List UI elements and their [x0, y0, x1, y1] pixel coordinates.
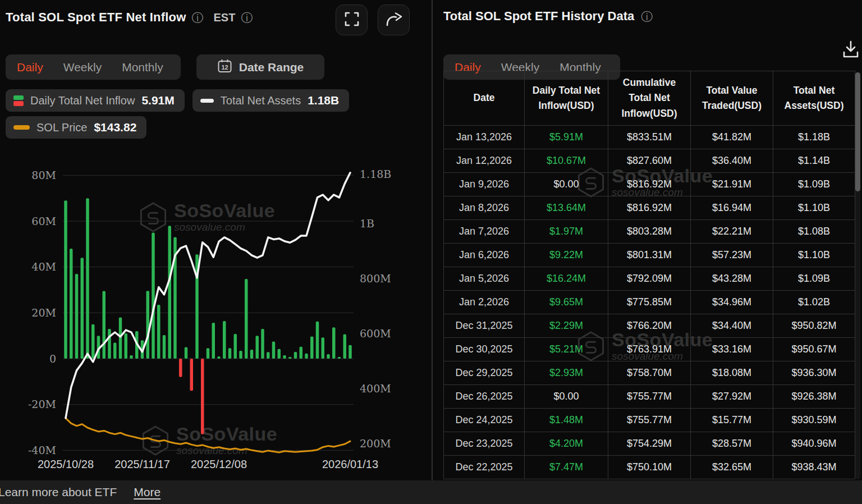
info-icon[interactable]: ⓘ: [641, 11, 653, 22]
inflow-bar: [228, 348, 232, 359]
sol-price-legend-icon: [13, 125, 30, 130]
cell-value: $2.93M: [525, 361, 608, 385]
cell-value: $16.94M: [691, 196, 773, 220]
table-row: Jan 13,2026$5.91M$833.51M$41.82M$1.18B: [444, 126, 855, 149]
inflow-bar: [75, 274, 79, 359]
inflow-bar: [310, 337, 314, 359]
timezone-label: EST: [214, 11, 236, 24]
etf-inflow-chart[interactable]: 80M60M40M20M0-20M-40M1.18B1B800M600M400M…: [0, 160, 432, 480]
cell-date: Jan 8,2026: [444, 196, 525, 220]
download-button[interactable]: [841, 39, 861, 61]
fullscreen-icon: [345, 12, 359, 29]
y-axis-tick-left: -20M: [28, 398, 56, 410]
cell-value: $0.00: [525, 385, 608, 409]
inflow-bar: [278, 349, 281, 359]
legend-sol-price[interactable]: SOL Price $143.82: [6, 116, 146, 139]
inflow-bar: [305, 354, 308, 359]
sosovalue-etf-dashboard: Total SOL Spot ETF Net Inflow ⓘ EST ⓘ Da…: [0, 0, 862, 504]
cell-value: $801.31M: [608, 244, 691, 267]
cell-date: Jan 6,2026: [444, 244, 525, 267]
inflow-bar: [217, 356, 221, 359]
cell-value: $1.09B: [773, 267, 855, 291]
inflow-bar: [146, 291, 150, 359]
inflow-bar: [190, 359, 194, 391]
cell-value: $936.30M: [773, 361, 855, 385]
table-row: Jan 6,2026$9.22M$801.31M$57.23M$1.10B: [444, 244, 855, 267]
cell-value: $763.91M: [608, 338, 691, 361]
date-range-label: Date Range: [239, 61, 304, 74]
cell-value: $816.92M: [608, 196, 691, 220]
inflow-bar: [125, 333, 128, 359]
cell-value: $9.65M: [525, 291, 608, 314]
column-header: Total Value Traded(USD): [691, 71, 773, 126]
inflow-bar: [267, 352, 270, 359]
legend-row: Daily Total Net Inflow 5.91M Total Net A…: [6, 89, 349, 112]
inflow-bar: [283, 355, 286, 359]
cell-value: $9.22M: [525, 244, 608, 267]
cell-value: $18.08M: [691, 361, 773, 385]
tab-monthly[interactable]: Monthly: [122, 61, 163, 74]
cell-value: $13.64M: [525, 196, 608, 220]
date-range-button[interactable]: 12 Date Range: [196, 54, 324, 80]
inflow-bar: [113, 342, 117, 359]
x-axis-tick: 2025/11/17: [114, 458, 170, 470]
scrollbar-thumb[interactable]: [855, 72, 860, 191]
cell-value: $1.08B: [773, 220, 855, 244]
inflow-bar: [168, 226, 172, 359]
inflow-bar: [185, 347, 188, 359]
cell-value: $2.29M: [525, 314, 608, 338]
column-header: Date: [444, 71, 525, 126]
y-axis-tick-left: 0: [49, 352, 56, 365]
info-icon[interactable]: ⓘ: [241, 12, 253, 24]
cell-value: $57.23M: [691, 244, 773, 267]
legend-label: Daily Total Net Inflow: [30, 94, 135, 107]
table-row: Jan 2,2026$9.65M$775.85M$34.96M$1.02B: [444, 291, 855, 314]
cell-value: $33.16M: [691, 338, 773, 361]
cell-value: $754.29M: [608, 432, 691, 456]
table-row: Jan 8,2026$13.64M$816.92M$16.94M$1.10B: [444, 196, 855, 220]
cell-value: $5.91M: [525, 126, 608, 149]
legend-daily-inflow[interactable]: Daily Total Net Inflow 5.91M: [6, 89, 185, 112]
footer-more-link[interactable]: More: [134, 485, 161, 499]
inflow-bar: [157, 305, 161, 359]
cell-value: $938.43M: [773, 456, 855, 479]
y-axis-tick-left: 20M: [31, 306, 56, 319]
inflow-bar: [261, 329, 264, 359]
inflow-bar: [130, 355, 133, 359]
inflow-bar: [245, 279, 248, 359]
legend-value: $143.82: [94, 121, 136, 134]
inflow-bar: [91, 324, 95, 359]
table-row: Dec 22,2025$7.47M$750.10M$32.65M$938.43M: [444, 456, 855, 479]
cell-value: $27.92M: [691, 385, 773, 409]
info-icon[interactable]: ⓘ: [192, 12, 204, 24]
cell-value: $34.96M: [691, 291, 773, 314]
tab-weekly[interactable]: Weekly: [63, 61, 102, 74]
cell-date: Dec 24,2025: [444, 409, 525, 432]
cell-date: Jan 2,2026: [444, 291, 525, 314]
cell-value: $4.20M: [525, 432, 608, 456]
cell-value: $827.60M: [608, 149, 691, 173]
inflow-bar: [294, 352, 297, 359]
cell-value: $940.96M: [773, 432, 855, 456]
cell-date: Jan 5,2026: [444, 267, 525, 291]
cell-value: $1.14B: [773, 149, 855, 173]
column-header: Total Net Assets(USD): [773, 71, 855, 126]
y-axis-tick-right: 1B: [360, 217, 374, 230]
inflow-bar: [212, 323, 216, 359]
column-header: Cumulative Total Net Inflow(USD): [608, 71, 691, 126]
inflow-bar: [322, 337, 325, 359]
legend-net-assets[interactable]: Total Net Assets 1.18B: [192, 89, 349, 112]
table-row: Dec 26,2025$0.00$755.77M$27.92M$926.38M: [444, 385, 855, 409]
fullscreen-button[interactable]: [336, 4, 368, 35]
y-axis-tick-left: 60M: [31, 215, 56, 227]
column-header: Daily Total Net Inflow(USD): [525, 71, 608, 126]
table-row: Dec 31,2025$2.29M$766.20M$34.40M$950.82M: [444, 314, 855, 338]
share-button[interactable]: [378, 4, 410, 35]
inflow-bar: [288, 357, 292, 359]
inflow-bar: [327, 354, 330, 359]
cell-value: $21.91M: [691, 173, 773, 196]
cell-value: $1.10B: [773, 196, 855, 220]
cell-value: $750.10M: [608, 456, 691, 479]
cell-value: $1.09B: [773, 173, 855, 196]
tab-daily[interactable]: Daily: [17, 61, 43, 74]
